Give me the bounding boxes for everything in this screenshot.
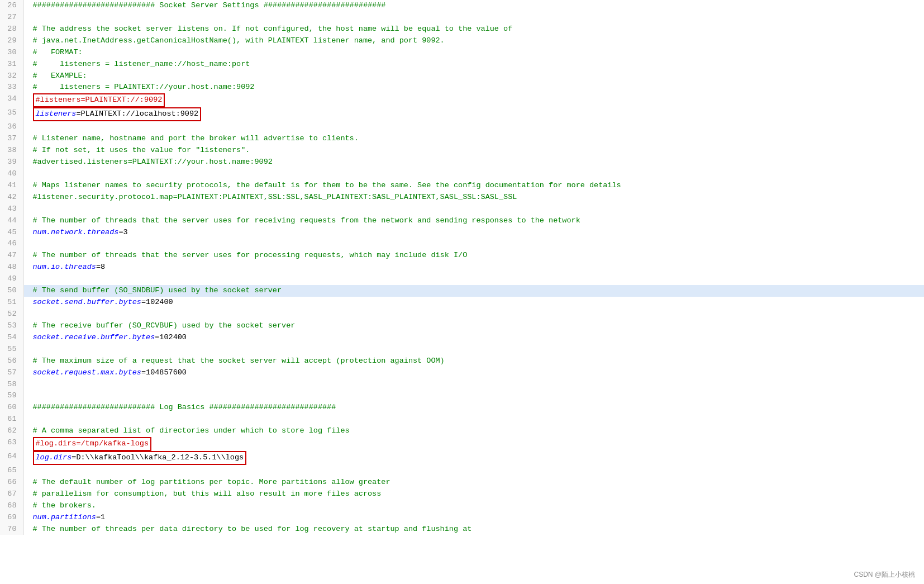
- line-code[interactable]: # The number of threads that the server …: [23, 250, 924, 262]
- line-number: 34: [0, 93, 23, 107]
- code-table: 26########################### Socket Ser…: [0, 0, 924, 535]
- comment-text: # listeners = listener_name://host_name:…: [33, 60, 250, 68]
- line-number: 67: [0, 488, 23, 500]
- line-code[interactable]: num.network.threads=3: [23, 227, 924, 239]
- line-code[interactable]: # The address the socket server listens …: [23, 23, 924, 35]
- line-code[interactable]: [23, 344, 924, 355]
- table-row: 56# The maximum size of a request that t…: [0, 355, 924, 367]
- line-number: 30: [0, 47, 23, 59]
- line-number: 65: [0, 465, 23, 477]
- line-code[interactable]: [23, 308, 924, 320]
- comment-text: # If not set, it uses the value for "lis…: [33, 146, 250, 154]
- line-number: 35: [0, 107, 23, 121]
- line-code[interactable]: # the brokers.: [23, 500, 924, 512]
- line-code[interactable]: [23, 379, 924, 391]
- line-code[interactable]: # Maps listener names to security protoc…: [23, 180, 924, 192]
- table-row: 53# The receive buffer (SO_RCVBUF) used …: [0, 320, 924, 332]
- table-row: 60########################### Log Basics…: [0, 402, 924, 414]
- line-code[interactable]: [23, 168, 924, 180]
- line-number: 29: [0, 35, 23, 47]
- line-number: 50: [0, 285, 23, 297]
- line-code[interactable]: socket.send.buffer.bytes=102400: [23, 297, 924, 308]
- line-code[interactable]: # The send buffer (SO_SNDBUF) used by th…: [23, 285, 924, 297]
- line-number: 46: [0, 238, 23, 250]
- line-code[interactable]: # A comma separated list of directories …: [23, 425, 924, 437]
- line-code[interactable]: #listener.security.protocol.map=PLAINTEX…: [23, 192, 924, 203]
- table-row: 36: [0, 121, 924, 133]
- table-row: 57socket.request.max.bytes=104857600: [0, 367, 924, 379]
- line-code[interactable]: #advertised.listeners=PLAINTEXT://your.h…: [23, 156, 924, 168]
- boxed-commented-line: #listeners=PLAINTEXT://:9092: [33, 93, 165, 107]
- line-number: 49: [0, 273, 23, 285]
- line-code[interactable]: # Listener name, hostname and port the b…: [23, 133, 924, 145]
- table-row: 51socket.send.buffer.bytes=102400: [0, 297, 924, 308]
- table-row: 69num.partitions=1: [0, 512, 924, 524]
- line-code[interactable]: #listeners=PLAINTEXT://:9092: [23, 93, 924, 107]
- line-number: 66: [0, 477, 23, 488]
- line-number: 32: [0, 70, 23, 82]
- line-number: 51: [0, 297, 23, 308]
- table-row: 35listeners=PLAINTEXT://localhost:9092: [0, 107, 924, 121]
- line-number: 41: [0, 180, 23, 192]
- comment-text: # listeners = PLAINTEXT://your.host.name…: [33, 83, 255, 91]
- line-code[interactable]: # java.net.InetAddress.getCanonicalHostN…: [23, 35, 924, 47]
- comment-text: #listener.security.protocol.map=PLAINTEX…: [33, 193, 517, 201]
- line-number: 59: [0, 390, 23, 402]
- table-row: 68# the brokers.: [0, 500, 924, 512]
- comment-text: # Listener name, hostname and port the b…: [33, 134, 359, 143]
- boxed-active-line: listeners=PLAINTEXT://localhost:9092: [33, 107, 202, 121]
- line-code[interactable]: [23, 273, 924, 285]
- line-code[interactable]: num.io.threads=8: [23, 262, 924, 273]
- comment-text: # EXAMPLE:: [33, 72, 87, 80]
- line-code[interactable]: # The default number of log partitions p…: [23, 477, 924, 488]
- line-code[interactable]: socket.receive.buffer.bytes=102400: [23, 332, 924, 344]
- line-code[interactable]: [23, 465, 924, 477]
- table-row: 29# java.net.InetAddress.getCanonicalHos…: [0, 35, 924, 47]
- line-code[interactable]: [23, 12, 924, 23]
- table-row: 52: [0, 308, 924, 320]
- line-code[interactable]: # The receive buffer (SO_RCVBUF) used by…: [23, 320, 924, 332]
- line-code[interactable]: # parallelism for consumption, but this …: [23, 488, 924, 500]
- line-number: 69: [0, 512, 23, 524]
- key-text: num.io.threads: [33, 263, 96, 271]
- line-code[interactable]: # The number of threads per data directo…: [23, 524, 924, 535]
- line-code[interactable]: [23, 390, 924, 402]
- line-number: 37: [0, 133, 23, 145]
- watermark: CSDN @陌上小核桃: [854, 570, 915, 580]
- line-code[interactable]: log.dirs=D:\\kafkaTool\\kafka_2.12-3.5.1…: [23, 451, 924, 465]
- line-code[interactable]: num.partitions=1: [23, 512, 924, 524]
- table-row: 59: [0, 390, 924, 402]
- line-code[interactable]: [23, 203, 924, 215]
- table-row: 42#listener.security.protocol.map=PLAINT…: [0, 192, 924, 203]
- line-code[interactable]: [23, 121, 924, 133]
- line-code[interactable]: ########################### Socket Serve…: [23, 0, 924, 12]
- line-number: 43: [0, 203, 23, 215]
- line-code[interactable]: # EXAMPLE:: [23, 70, 924, 82]
- line-number: 58: [0, 379, 23, 391]
- comment-text: # The maximum size of a request that the…: [33, 357, 445, 365]
- comment-text: # Maps listener names to security protoc…: [33, 181, 621, 189]
- line-number: 70: [0, 524, 23, 535]
- line-code[interactable]: # If not set, it uses the value for "lis…: [23, 145, 924, 156]
- table-row: 38# If not set, it uses the value for "l…: [0, 145, 924, 156]
- line-code[interactable]: listeners=PLAINTEXT://localhost:9092: [23, 107, 924, 121]
- table-row: 48num.io.threads=8: [0, 262, 924, 273]
- line-code[interactable]: # FORMAT:: [23, 47, 924, 59]
- line-code[interactable]: socket.request.max.bytes=104857600: [23, 367, 924, 379]
- line-code[interactable]: # listeners = listener_name://host_name:…: [23, 59, 924, 70]
- table-row: 67# parallelism for consumption, but thi…: [0, 488, 924, 500]
- line-code[interactable]: # listeners = PLAINTEXT://your.host.name…: [23, 82, 924, 93]
- table-row: 28# The address the socket server listen…: [0, 23, 924, 35]
- line-number: 31: [0, 59, 23, 70]
- boxed-commented-line-2: #log.dirs=/tmp/kafka-logs: [33, 437, 152, 451]
- line-code[interactable]: [23, 238, 924, 250]
- line-code[interactable]: ########################### Log Basics #…: [23, 402, 924, 414]
- table-row: 46: [0, 238, 924, 250]
- line-code[interactable]: # The maximum size of a request that the…: [23, 355, 924, 367]
- line-number: 40: [0, 168, 23, 180]
- table-row: 30# FORMAT:: [0, 47, 924, 59]
- line-code[interactable]: [23, 414, 924, 425]
- line-code[interactable]: #log.dirs=/tmp/kafka-logs: [23, 437, 924, 451]
- key-text: num.partitions: [33, 513, 96, 521]
- line-code[interactable]: # The number of threads that the server …: [23, 215, 924, 227]
